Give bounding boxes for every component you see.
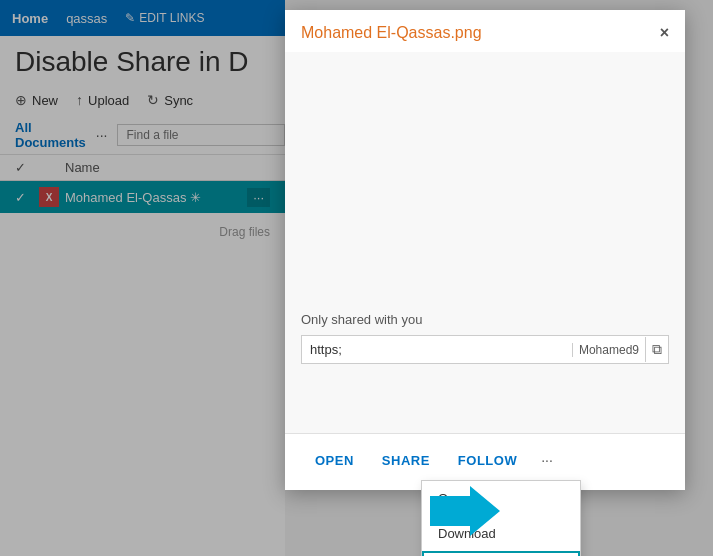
file-modal: Mohamed El-Qassas.png × Only shared with… (285, 10, 685, 490)
open-button[interactable]: OPEN (301, 445, 368, 476)
url-input[interactable] (302, 336, 572, 363)
share-button[interactable]: SHARE (368, 445, 444, 476)
modal-actions: OPEN SHARE FOLLOW ··· Open Download Shar… (301, 444, 669, 476)
shared-label: Only shared with you (301, 312, 669, 327)
svg-marker-0 (430, 486, 500, 536)
url-user: Mohamed9 (572, 343, 645, 357)
follow-button[interactable]: FOLLOW (444, 445, 531, 476)
modal-header: Mohamed El-Qassas.png × (285, 10, 685, 52)
modal-footer: OPEN SHARE FOLLOW ··· Open Download Shar… (285, 433, 685, 490)
close-button[interactable]: × (660, 24, 669, 42)
modal-body: Only shared with you Mohamed9 ⧉ (285, 52, 685, 433)
context-share[interactable]: Share (422, 551, 580, 556)
more-actions-button[interactable]: ··· (531, 444, 563, 476)
arrow-indicator (430, 486, 500, 536)
arrow-icon (430, 486, 500, 536)
copy-url-button[interactable]: ⧉ (645, 337, 668, 362)
modal-title: Mohamed El-Qassas.png (301, 24, 482, 42)
url-row: Mohamed9 ⧉ (301, 335, 669, 364)
